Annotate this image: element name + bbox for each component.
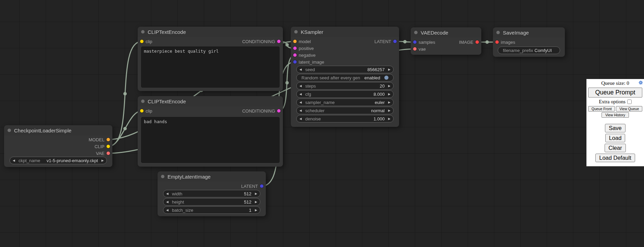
negative-prompt-textarea[interactable]: bad hands — [141, 117, 280, 163]
node-collapse-dot-icon[interactable] — [161, 175, 164, 178]
decrement-arrow-icon[interactable]: ◀ — [299, 101, 304, 104]
node-checkpoint-loader-simple[interactable]: CheckpointLoaderSimple MODEL CLIP VAE ◀ … — [4, 125, 112, 167]
increment-arrow-icon[interactable]: ▶ — [386, 84, 391, 88]
decrement-arrow-icon[interactable]: ◀ — [166, 209, 170, 212]
conditioning-output-dot[interactable] — [277, 40, 281, 43]
input-slot-latent-image: latent_image — [293, 58, 324, 65]
latent-input-dot[interactable] — [293, 60, 297, 64]
widget-width[interactable]: ◀ width 512 ▶ — [163, 190, 260, 197]
clip-output-dot[interactable] — [107, 145, 110, 148]
load-button[interactable]: Load — [605, 134, 626, 142]
image-output-dot[interactable] — [475, 40, 479, 44]
node-title-bar[interactable]: CheckpointLoaderSimple — [4, 125, 112, 135]
node-title-bar[interactable]: SaveImage — [493, 27, 565, 38]
widget-denoise[interactable]: ◀ denoise 1.000 ▶ — [296, 115, 394, 122]
node-title-bar[interactable]: VAEDecode — [411, 27, 481, 38]
model-output-dot[interactable] — [107, 138, 110, 141]
widget-random-seed-toggle[interactable]: Random seed after every gen enabled — [296, 74, 394, 81]
increment-arrow-icon[interactable]: ▶ — [253, 209, 257, 212]
node-collapse-dot-icon[interactable] — [294, 30, 298, 34]
increment-arrow-icon[interactable]: ▶ — [253, 200, 257, 204]
decrement-arrow-icon[interactable]: ◀ — [299, 68, 304, 71]
widget-seed[interactable]: ◀ seed 8566257 ▶ — [296, 66, 394, 73]
image-input-dot[interactable] — [495, 40, 499, 44]
widget-label: Random seed after every gen — [301, 75, 360, 80]
node-ksampler[interactable]: KSampler model positive negative latent_… — [291, 27, 399, 127]
node-collapse-dot-icon[interactable] — [8, 129, 11, 132]
conditioning-input-dot[interactable] — [293, 53, 297, 57]
node-collapse-dot-icon[interactable] — [141, 30, 145, 34]
slot-label: VAE — [96, 151, 104, 156]
widget-label: steps — [305, 83, 316, 89]
node-title-bar[interactable]: CLIPTextEncode — [138, 96, 283, 106]
increment-arrow-icon[interactable]: ▶ — [253, 192, 257, 195]
widget-cfg[interactable]: ◀ cfg 8.000 ▶ — [296, 90, 394, 98]
increment-arrow-icon[interactable]: ▶ — [386, 117, 391, 120]
extra-options-row: Extra options — [586, 99, 644, 105]
node-collapse-dot-icon[interactable] — [414, 31, 418, 34]
link-midpoint-dot — [485, 40, 489, 44]
widget-label: sampler_name — [305, 100, 335, 105]
node-title-bar[interactable]: EmptyLatentImage — [158, 171, 266, 182]
increment-arrow-icon[interactable]: ▶ — [386, 93, 391, 96]
latent-input-dot[interactable] — [413, 40, 417, 44]
increment-arrow-icon[interactable]: ▶ — [386, 101, 391, 104]
vae-input-dot[interactable] — [413, 47, 417, 51]
output-slot-conditioning: CONDITIONING — [242, 107, 281, 114]
widget-height[interactable]: ◀ height 512 ▶ — [163, 198, 260, 206]
conditioning-input-dot[interactable] — [293, 47, 297, 50]
latent-output-dot[interactable] — [393, 40, 397, 43]
decrement-arrow-icon[interactable]: ◀ — [299, 84, 304, 88]
widget-batch-size[interactable]: ◀ batch_size 1 ▶ — [163, 206, 260, 214]
latent-output-dot[interactable] — [260, 184, 263, 188]
slot-label: vae — [419, 47, 426, 52]
node-clip-text-encode-positive[interactable]: CLIPTextEncode clip CONDITIONING masterp… — [138, 27, 283, 91]
node-title: VAEDecode — [421, 30, 448, 36]
increment-arrow-icon[interactable]: ▶ — [386, 109, 391, 112]
load-default-button[interactable]: Load Default — [595, 154, 635, 162]
extra-options-checkbox[interactable] — [627, 100, 632, 104]
decrement-arrow-icon[interactable]: ◀ — [299, 109, 304, 112]
node-title: KSampler — [301, 29, 323, 35]
save-button[interactable]: Save — [605, 124, 626, 132]
view-queue-button[interactable]: View Queue — [616, 106, 642, 112]
input-slot-positive: positive — [293, 45, 314, 52]
decrement-arrow-icon[interactable]: ◀ — [13, 159, 17, 162]
positive-prompt-textarea[interactable]: masterpiece best quality girl — [141, 47, 280, 88]
vae-output-dot[interactable] — [107, 152, 110, 155]
widget-steps[interactable]: ◀ steps 20 ▶ — [296, 82, 394, 90]
extra-options-label: Extra options — [599, 99, 626, 105]
node-title-bar[interactable]: KSampler — [291, 27, 399, 37]
graph-canvas[interactable]: CheckpointLoaderSimple MODEL CLIP VAE ◀ … — [0, 0, 644, 247]
node-save-image[interactable]: SaveImage images filename_prefix ComfyUI — [493, 27, 565, 57]
clear-button[interactable]: Clear — [605, 144, 626, 152]
node-title-bar[interactable]: CLIPTextEncode — [138, 27, 283, 37]
widget-ckpt-name[interactable]: ◀ ckpt_name v1-5-pruned-emaonly.ckpt ▶ — [10, 157, 107, 164]
widget-filename-prefix[interactable]: filename_prefix ComfyUI — [498, 47, 560, 54]
decrement-arrow-icon[interactable]: ◀ — [299, 93, 304, 96]
increment-arrow-icon[interactable]: ▶ — [386, 68, 391, 71]
queue-front-button[interactable]: Queue Front — [588, 106, 615, 112]
widget-sampler-name[interactable]: ◀ sampler_name euler ▶ — [296, 99, 394, 106]
node-empty-latent-image[interactable]: EmptyLatentImage LATENT ◀ width 512 ▶ ◀ … — [158, 171, 266, 216]
slot-label: images — [501, 40, 515, 45]
clip-input-dot[interactable] — [140, 109, 144, 113]
widget-label: cfg — [305, 92, 311, 97]
toggle-on-dot[interactable] — [384, 76, 388, 80]
slot-label: IMAGE — [459, 40, 473, 45]
increment-arrow-icon[interactable]: ▶ — [100, 159, 104, 162]
queue-prompt-button[interactable]: Queue Prompt — [588, 88, 642, 98]
decrement-arrow-icon[interactable]: ◀ — [166, 200, 170, 204]
clip-input-dot[interactable] — [140, 40, 144, 43]
conditioning-output-dot[interactable] — [277, 109, 281, 113]
decrement-arrow-icon[interactable]: ◀ — [166, 192, 170, 195]
model-input-dot[interactable] — [293, 40, 297, 43]
node-collapse-dot-icon[interactable] — [496, 31, 500, 34]
settings-gear-icon[interactable] — [639, 80, 643, 85]
view-history-button[interactable]: View History — [602, 112, 629, 118]
node-clip-text-encode-negative[interactable]: CLIPTextEncode clip CONDITIONING bad han… — [138, 96, 283, 167]
widget-scheduler[interactable]: ◀ scheduler normal ▶ — [296, 107, 394, 114]
node-vae-decode[interactable]: VAEDecode samples vae IMAGE — [411, 27, 481, 55]
decrement-arrow-icon[interactable]: ◀ — [299, 117, 304, 120]
node-collapse-dot-icon[interactable] — [141, 100, 145, 103]
